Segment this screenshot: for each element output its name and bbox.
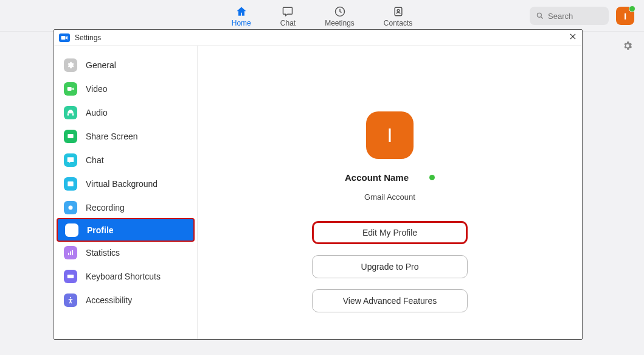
sidebar-item-profile[interactable]: Profile [57,218,195,242]
video-icon [64,82,77,96]
svg-rect-4 [61,36,66,40]
profile-avatar-initial: I [387,124,393,147]
svg-point-11 [69,182,70,183]
settings-window-title: Settings [75,33,101,42]
gear-icon [622,40,633,51]
keyboard-icon [64,270,77,283]
svg-rect-19 [70,275,71,276]
view-advanced-features-button[interactable]: View Advanced Features [312,289,468,312]
sidebar-item-accessibility[interactable]: Accessibility [54,288,197,312]
profile-avatar: I [366,111,414,159]
search-icon [536,12,544,20]
nav-tab-label: Contacts [384,19,412,27]
sidebar-item-label: Share Screen [86,132,138,141]
chat-bubble-icon [64,153,77,167]
svg-rect-14 [68,253,69,255]
sidebar-item-statistics[interactable]: Statistics [54,241,197,264]
record-icon [64,201,77,214]
sidebar-item-label: Statistics [86,248,120,258]
sidebar-item-label: Recording [86,203,125,213]
svg-point-2 [397,10,400,12]
close-icon [569,32,577,41]
upgrade-to-pro-button[interactable]: Upgrade to Pro [312,255,468,278]
sidebar-item-virtual-background[interactable]: Virtual Background [54,172,197,195]
chat-icon [282,5,294,18]
settings-body: General Video Audio Share Screen [54,46,582,339]
svg-point-3 [537,13,541,17]
nav-tabs: Home Chat Meetings Contacts [232,0,412,31]
nav-tab-contacts[interactable]: Contacts [384,5,412,31]
clock-icon [334,5,346,18]
svg-point-13 [71,228,73,230]
svg-rect-21 [69,276,72,277]
sidebar-item-label: General [86,60,116,70]
sidebar-item-video[interactable]: Video [54,77,197,100]
accessibility-icon [64,293,77,307]
headphones-icon [64,106,77,119]
account-subtitle: Gmail Account [364,192,415,202]
svg-rect-6 [68,87,72,91]
topbar-right: I [530,0,634,32]
sidebar-item-share-screen[interactable]: Share Screen [54,124,197,148]
svg-rect-15 [70,251,71,255]
sidebar-item-label: Chat [86,155,104,165]
gear-icon [64,58,77,72]
close-button[interactable] [569,32,577,43]
account-name: Account Name [345,172,409,183]
button-label: Edit My Profile [362,228,417,237]
statistics-icon [64,246,77,259]
button-label: Upgrade to Pro [361,262,419,272]
button-label: View Advanced Features [343,296,437,306]
search-input[interactable] [548,12,603,21]
search-box[interactable] [530,7,609,25]
settings-titlebar: Settings [54,30,582,46]
sidebar-item-chat[interactable]: Chat [54,148,197,172]
nav-tab-meetings[interactable]: Meetings [325,5,355,31]
nav-tab-chat[interactable]: Chat [280,5,296,31]
contacts-icon [392,5,404,18]
svg-rect-7 [68,113,69,116]
svg-point-22 [70,297,71,298]
share-screen-icon [64,130,77,143]
nav-tab-home[interactable]: Home [232,5,251,31]
svg-rect-16 [72,250,73,255]
sidebar-item-audio[interactable]: Audio [54,100,197,124]
svg-rect-20 [71,275,72,276]
settings-window: Settings General Video [54,29,583,340]
nav-tab-label: Chat [280,19,296,27]
nav-tab-label: Meetings [325,19,355,27]
profile-icon [65,223,78,237]
nav-tab-label: Home [232,19,251,27]
sidebar-item-recording[interactable]: Recording [54,195,197,219]
user-avatar[interactable]: I [616,7,634,25]
sidebar-item-label: Audio [86,108,108,118]
svg-rect-18 [69,275,69,276]
settings-sidebar: General Video Audio Share Screen [54,46,198,339]
sidebar-item-keyboard-shortcuts[interactable]: Keyboard Shortcuts [54,264,197,288]
edit-my-profile-button[interactable]: Edit My Profile [312,221,468,244]
image-icon [64,177,77,191]
sidebar-item-label: Profile [87,225,114,235]
sidebar-item-label: Keyboard Shortcuts [86,272,161,281]
svg-rect-8 [72,113,74,116]
home-icon [235,5,248,18]
avatar-initial: I [624,11,626,21]
presence-indicator-icon [429,175,435,180]
sidebar-item-label: Accessibility [86,295,132,305]
top-navbar: Home Chat Meetings Contacts I [0,0,644,32]
sidebar-item-label: Virtual Background [86,179,158,189]
account-name-row: Account Name [345,172,435,183]
settings-gear-button[interactable] [622,40,633,54]
sidebar-item-general[interactable]: General [54,53,197,77]
profile-panel: I Account Name Gmail Account Edit My Pro… [198,46,582,339]
sidebar-item-label: Video [86,84,108,94]
zoom-logo-icon [59,33,70,42]
svg-point-12 [69,205,73,209]
